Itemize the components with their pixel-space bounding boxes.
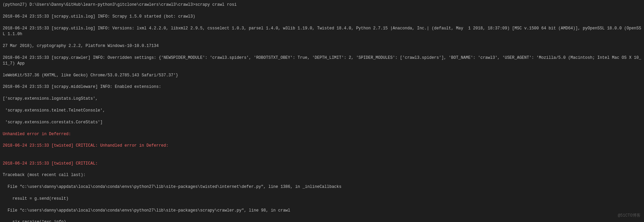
terminal-line-10: Unhandled error in Deferred: — [3, 131, 641, 137]
terminal-line-11: 2018-06-24 23:15:33 [twisted] CRITICAL: … — [3, 143, 641, 149]
terminal-line-5: leWebKit/537.36 (KHTML, like Gecko) Chro… — [3, 73, 641, 78]
terminal-line-18: six.reraise(*exc_info) — [3, 219, 641, 222]
terminal-line-8: 'scrapy.extensions.telnet.TelnetConsole'… — [3, 108, 641, 114]
terminal-line-2: 2018-06-24 23:15:33 [scrapy.utils.log] I… — [3, 26, 641, 38]
terminal-line-16: result = g.send(result) — [3, 196, 641, 202]
terminal-output: (python27) D:\Users\Danny\GitHub\learn-p… — [3, 2, 641, 222]
terminal-line-15: File "c:\users\danny\appdata\local\conda… — [3, 184, 641, 190]
terminal-line-13: 2018-06-24 23:15:33 [twisted] CRITICAL: — [3, 161, 641, 167]
terminal-line-9: 'scrapy.extensions.corestats.CoreStats'] — [3, 120, 641, 125]
watermark: @51CTO博客 — [618, 213, 641, 219]
terminal-line-7: ['scrapy.extensions.logstats.LogStats', — [3, 96, 641, 102]
terminal-line-1: 2018-06-24 23:15:33 [scrapy.utils.log] I… — [3, 14, 641, 20]
terminal-line-0: (python27) D:\Users\Danny\GitHub\learn-p… — [3, 2, 641, 8]
terminal-line-3: 27 Mar 2018), cryptography 2.2.2, Platfo… — [3, 43, 641, 49]
terminal-line-4: 2018-06-24 23:15:33 [scrapy.crawler] INF… — [3, 55, 641, 67]
terminal-line-17: File "c:\users\danny\appdata\local\conda… — [3, 208, 641, 214]
terminal-line-6: 2018-06-24 23:15:33 [scrapy.middleware] … — [3, 84, 641, 90]
terminal-line-14: Traceback (most recent call last): — [3, 172, 641, 178]
